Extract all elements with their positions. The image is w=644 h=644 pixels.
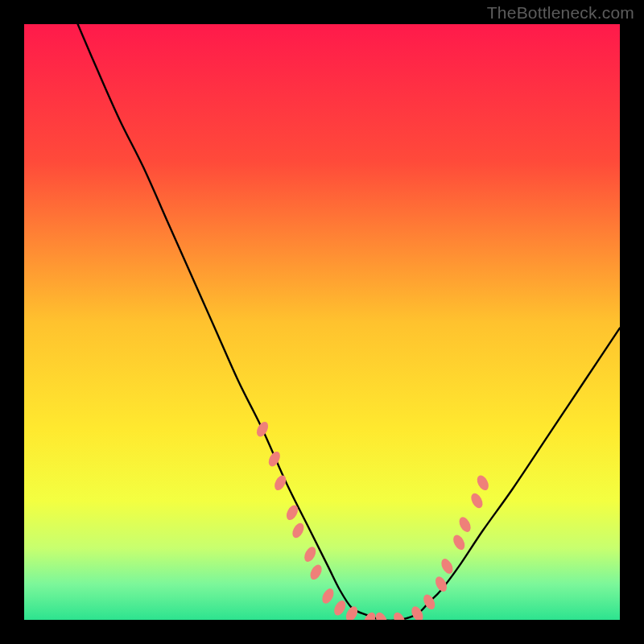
curve-layer	[24, 24, 620, 620]
curve-marker	[320, 587, 336, 605]
curve-markers	[254, 420, 491, 620]
curve-marker	[308, 563, 324, 581]
curve-marker	[439, 557, 455, 576]
bottleneck-curve	[78, 24, 620, 620]
curve-marker	[332, 599, 348, 617]
curve-marker	[266, 450, 283, 469]
plot-area	[24, 24, 620, 620]
watermark-text: TheBottleneck.com	[487, 3, 634, 23]
chart-frame: TheBottleneck.com	[0, 0, 644, 644]
curve-marker	[469, 491, 485, 510]
curve-marker	[457, 515, 473, 534]
curve-marker	[475, 473, 491, 492]
curve-marker	[254, 420, 270, 439]
curve-marker	[290, 521, 306, 539]
curve-marker	[451, 533, 467, 551]
curve-marker	[302, 545, 318, 564]
